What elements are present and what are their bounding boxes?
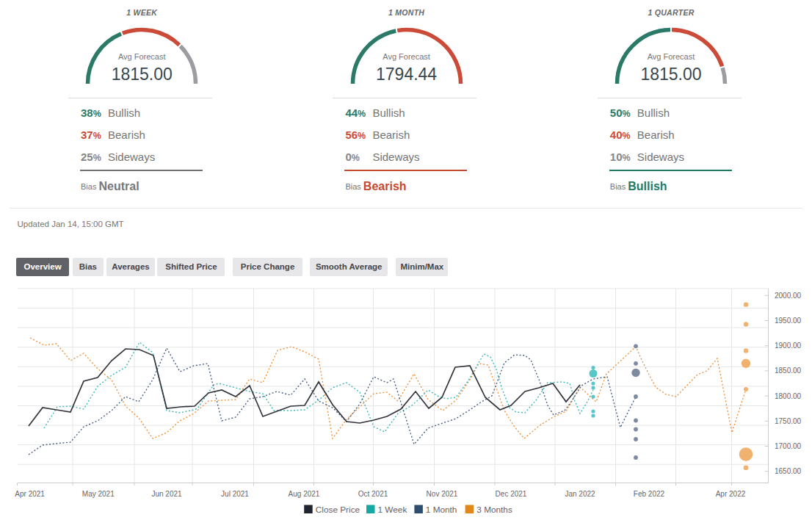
svg-text:3 Months: 3 Months (476, 505, 512, 515)
svg-text:Oct 2021: Oct 2021 (358, 490, 388, 498)
svg-text:1700.00: 1700.00 (775, 442, 802, 450)
svg-text:Nov 2021: Nov 2021 (427, 490, 458, 498)
svg-text:Jul 2021: Jul 2021 (221, 490, 249, 498)
svg-text:1800.00: 1800.00 (775, 392, 802, 400)
svg-text:1950.00: 1950.00 (775, 317, 802, 325)
svg-text:Jun 2021: Jun 2021 (151, 490, 182, 498)
svg-text:Jan 2022: Jan 2022 (565, 490, 595, 498)
svg-text:1 Week: 1 Week (378, 505, 407, 515)
svg-text:Apr 2022: Apr 2022 (716, 490, 746, 498)
svg-text:Aug 2021: Aug 2021 (289, 490, 320, 498)
svg-text:1 Month: 1 Month (426, 505, 457, 515)
svg-text:Apr 2021: Apr 2021 (15, 490, 45, 498)
svg-text:Feb 2022: Feb 2022 (634, 490, 665, 498)
svg-text:1650.00: 1650.00 (775, 467, 802, 475)
svg-text:Close Price: Close Price (316, 505, 360, 515)
svg-text:2000.00: 2000.00 (775, 292, 802, 300)
svg-text:1850.00: 1850.00 (775, 366, 802, 375)
svg-text:1900.00: 1900.00 (775, 342, 802, 350)
svg-text:Dec 2021: Dec 2021 (496, 490, 527, 498)
svg-text:1750.00: 1750.00 (775, 417, 802, 425)
svg-text:May 2021: May 2021 (82, 490, 115, 498)
